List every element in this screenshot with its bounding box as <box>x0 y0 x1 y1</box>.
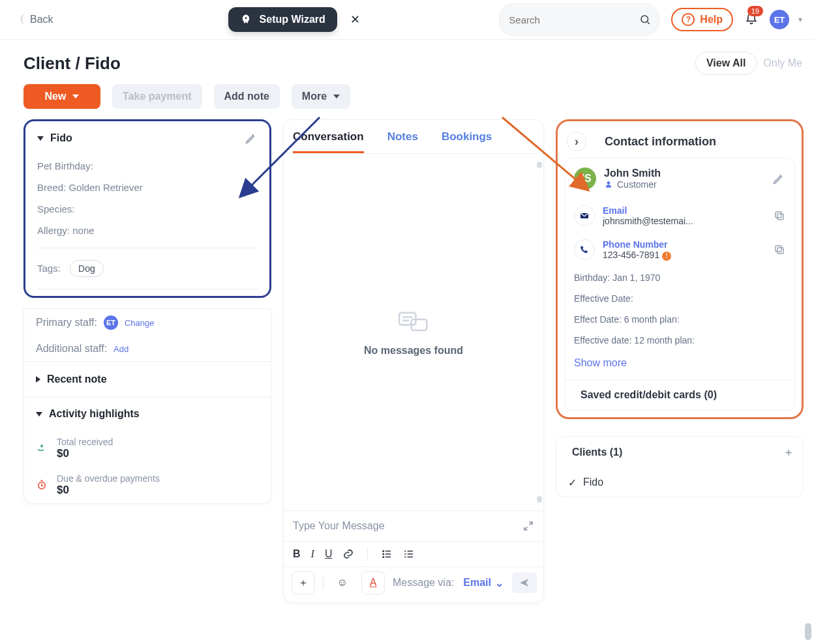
client-item[interactable]: ✓ Fido <box>556 469 803 497</box>
question-icon: ? <box>682 13 695 26</box>
birthday-row: Birthday: Jan 1, 1970 <box>565 267 794 288</box>
svg-point-0 <box>641 16 648 23</box>
add-note-button[interactable]: Add note <box>214 84 280 109</box>
svg-point-4 <box>383 550 385 552</box>
total-received-value: $0 <box>57 447 113 460</box>
more-button[interactable]: More <box>292 84 350 109</box>
svg-rect-5 <box>385 551 391 552</box>
primary-staff-label: Primary staff: <box>36 317 97 329</box>
plus-icon[interactable]: ＋ <box>783 446 794 460</box>
mail-icon <box>574 205 595 226</box>
contact-role: Customer <box>604 179 661 190</box>
add-link[interactable]: Add <box>113 344 128 354</box>
compose-placeholder: Type Your Message <box>293 520 385 532</box>
avatar-initials: ET <box>774 15 785 25</box>
emoji-icon[interactable]: ☺ <box>331 572 354 594</box>
search-field[interactable] <box>507 14 639 26</box>
clients-header[interactable]: Clients (1) ＋ <box>556 437 803 469</box>
text-color-icon[interactable]: A <box>361 571 385 594</box>
left-column: Fido Pet Birthday: Breed: Golden Retriev… <box>23 119 271 504</box>
expand-icon[interactable] <box>522 520 534 532</box>
notifications-button[interactable]: 19 <box>745 12 758 27</box>
svg-rect-11 <box>408 551 413 552</box>
take-payment-button[interactable]: Take payment <box>112 84 202 109</box>
phone-label: Phone Number <box>603 239 671 250</box>
bulleted-list-icon[interactable] <box>381 548 393 560</box>
wizard-wrap: Setup Wizard ✕ <box>228 7 364 32</box>
pet-card: Fido Pet Birthday: Breed: Golden Retriev… <box>23 119 271 298</box>
chevron-down-icon: ▾ <box>798 15 802 24</box>
scrollbar[interactable] <box>537 159 542 505</box>
edit-icon[interactable] <box>772 172 785 185</box>
tag-chip[interactable]: Dog <box>70 260 104 277</box>
collapse-icon[interactable]: › <box>567 132 586 151</box>
email-label: Email <box>603 205 693 216</box>
contact-name: John Smith <box>604 168 661 179</box>
effect6-row: Effect Date: 6 month plan: <box>565 309 794 330</box>
contact-annotated: › Contact information JS John Smith Cust… <box>556 119 804 419</box>
format-group: B I U <box>293 548 354 560</box>
tab-conversation[interactable]: Conversation <box>293 130 364 153</box>
edit-icon[interactable] <box>245 132 258 145</box>
search-input[interactable] <box>499 3 659 36</box>
topbar-right: ? Help 19 ET ▾ <box>499 3 802 36</box>
page-scrollbar[interactable] <box>805 623 811 640</box>
change-link[interactable]: Change <box>125 318 155 328</box>
bold-icon[interactable]: B <box>293 548 301 560</box>
more-label: More <box>302 91 327 102</box>
notif-badge: 19 <box>747 6 763 16</box>
clients-card: Clients (1) ＋ ✓ Fido <box>556 436 804 497</box>
list-group <box>381 548 415 560</box>
setup-wizard-pill[interactable]: Setup Wizard <box>228 7 337 32</box>
activity-title-label: Activity highlights <box>49 408 140 420</box>
copy-icon[interactable] <box>774 244 785 256</box>
editor-toolbar: B I U <box>284 541 543 566</box>
contact-email: Email johnsmith@testemai... <box>565 199 794 233</box>
due-label: Due & overdue payments <box>57 473 160 484</box>
recent-note-section[interactable]: Recent note <box>24 361 271 398</box>
columns: Fido Pet Birthday: Breed: Golden Retriev… <box>0 114 814 615</box>
pet-title-row[interactable]: Fido <box>25 121 269 155</box>
pet-breed: Breed: Golden Retriever <box>25 177 269 198</box>
close-icon[interactable]: ✕ <box>346 10 364 29</box>
back-button[interactable]: 〈 Back <box>9 9 59 31</box>
chevron-down-icon: ⌄ <box>495 577 504 589</box>
view-all-toggle[interactable]: View All <box>695 51 757 75</box>
view-scope: View All Only Me <box>695 51 802 75</box>
underline-icon[interactable]: U <box>325 548 333 560</box>
tab-notes[interactable]: Notes <box>387 130 418 153</box>
copy-icon[interactable] <box>774 210 785 222</box>
saved-cards-label: Saved credit/debit cards (0) <box>580 389 717 401</box>
pet-species: Species: <box>25 198 269 220</box>
compose-bottom: ＋ ☺ A Message via: Email ⌄ <box>284 566 543 602</box>
compose-input[interactable]: Type Your Message <box>284 511 543 541</box>
contact-header[interactable]: › Contact information <box>564 128 795 158</box>
back-label: Back <box>30 14 53 25</box>
new-button[interactable]: New <box>23 84 100 109</box>
pet-birthday: Pet Birthday: <box>25 155 269 177</box>
caret-right-icon <box>36 376 40 383</box>
tab-bookings[interactable]: Bookings <box>442 130 492 153</box>
activity-title[interactable]: Activity highlights <box>24 398 271 430</box>
via-value: Email <box>463 577 491 589</box>
saved-cards[interactable]: Saved credit/debit cards (0) <box>565 379 794 410</box>
primary-staff: Primary staff: ET Change <box>24 309 271 336</box>
message-via[interactable]: Message via: Email ⌄ <box>393 577 504 589</box>
svg-rect-9 <box>385 557 391 558</box>
italic-icon[interactable]: I <box>311 548 314 560</box>
divider <box>37 289 258 289</box>
add-attachment-button[interactable]: ＋ <box>292 571 315 594</box>
show-more-link[interactable]: Show more <box>565 351 794 379</box>
link-icon[interactable] <box>342 548 354 560</box>
phone-icon <box>574 239 595 260</box>
svg-point-8 <box>383 556 385 558</box>
user-avatar[interactable]: ET <box>770 10 789 29</box>
pet-tags: Tags: Dog <box>25 255 269 282</box>
clock-icon <box>36 479 48 491</box>
help-button[interactable]: ? Help <box>671 8 733 31</box>
effective-date-row: Effective Date: <box>565 288 794 309</box>
numbered-list-icon[interactable] <box>403 548 415 560</box>
activity-total-received: Total received $0 <box>24 430 271 467</box>
send-button[interactable] <box>512 572 537 593</box>
only-me-toggle[interactable]: Only Me <box>763 57 802 69</box>
